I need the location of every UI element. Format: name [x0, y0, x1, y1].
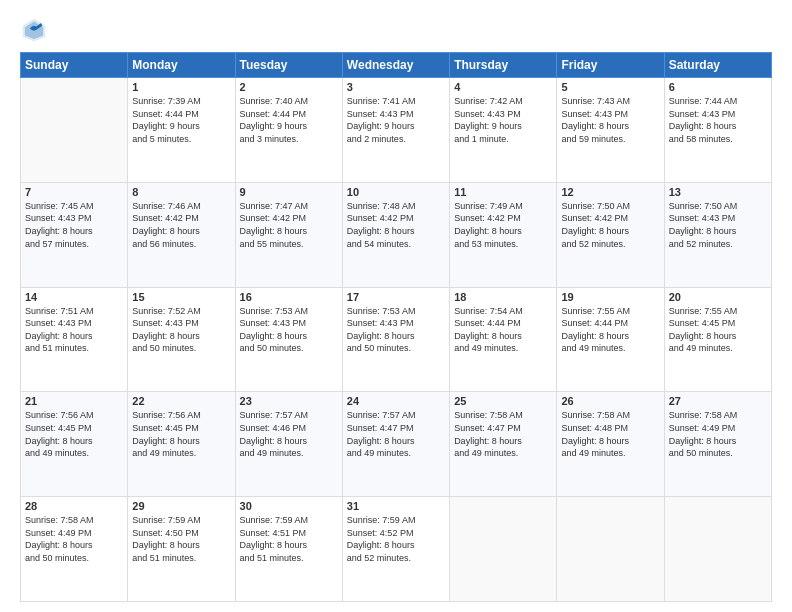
day-info: Sunrise: 7:45 AM Sunset: 4:43 PM Dayligh…	[25, 200, 123, 250]
day-info: Sunrise: 7:59 AM Sunset: 4:51 PM Dayligh…	[240, 514, 338, 564]
day-info: Sunrise: 7:50 AM Sunset: 4:43 PM Dayligh…	[669, 200, 767, 250]
calendar-week-row: 7Sunrise: 7:45 AM Sunset: 4:43 PM Daylig…	[21, 182, 772, 287]
day-number: 3	[347, 81, 445, 93]
day-info: Sunrise: 7:58 AM Sunset: 4:49 PM Dayligh…	[669, 409, 767, 459]
page: SundayMondayTuesdayWednesdayThursdayFrid…	[0, 0, 792, 612]
day-info: Sunrise: 7:47 AM Sunset: 4:42 PM Dayligh…	[240, 200, 338, 250]
day-info: Sunrise: 7:51 AM Sunset: 4:43 PM Dayligh…	[25, 305, 123, 355]
calendar-cell: 4Sunrise: 7:42 AM Sunset: 4:43 PM Daylig…	[450, 78, 557, 183]
header	[20, 16, 772, 44]
day-info: Sunrise: 7:56 AM Sunset: 4:45 PM Dayligh…	[25, 409, 123, 459]
day-info: Sunrise: 7:58 AM Sunset: 4:48 PM Dayligh…	[561, 409, 659, 459]
day-info: Sunrise: 7:59 AM Sunset: 4:50 PM Dayligh…	[132, 514, 230, 564]
day-number: 14	[25, 291, 123, 303]
calendar-cell: 14Sunrise: 7:51 AM Sunset: 4:43 PM Dayli…	[21, 287, 128, 392]
calendar-day-header: Monday	[128, 53, 235, 78]
day-number: 22	[132, 395, 230, 407]
day-number: 15	[132, 291, 230, 303]
day-info: Sunrise: 7:52 AM Sunset: 4:43 PM Dayligh…	[132, 305, 230, 355]
day-info: Sunrise: 7:46 AM Sunset: 4:42 PM Dayligh…	[132, 200, 230, 250]
calendar-cell: 25Sunrise: 7:58 AM Sunset: 4:47 PM Dayli…	[450, 392, 557, 497]
calendar-cell: 21Sunrise: 7:56 AM Sunset: 4:45 PM Dayli…	[21, 392, 128, 497]
calendar-week-row: 21Sunrise: 7:56 AM Sunset: 4:45 PM Dayli…	[21, 392, 772, 497]
day-number: 10	[347, 186, 445, 198]
day-number: 30	[240, 500, 338, 512]
day-number: 27	[669, 395, 767, 407]
day-info: Sunrise: 7:48 AM Sunset: 4:42 PM Dayligh…	[347, 200, 445, 250]
day-info: Sunrise: 7:43 AM Sunset: 4:43 PM Dayligh…	[561, 95, 659, 145]
calendar-cell: 31Sunrise: 7:59 AM Sunset: 4:52 PM Dayli…	[342, 497, 449, 602]
day-number: 7	[25, 186, 123, 198]
day-number: 20	[669, 291, 767, 303]
calendar-cell: 22Sunrise: 7:56 AM Sunset: 4:45 PM Dayli…	[128, 392, 235, 497]
day-number: 31	[347, 500, 445, 512]
day-number: 4	[454, 81, 552, 93]
day-info: Sunrise: 7:54 AM Sunset: 4:44 PM Dayligh…	[454, 305, 552, 355]
calendar-cell: 3Sunrise: 7:41 AM Sunset: 4:43 PM Daylig…	[342, 78, 449, 183]
calendar-cell	[21, 78, 128, 183]
day-number: 24	[347, 395, 445, 407]
day-info: Sunrise: 7:59 AM Sunset: 4:52 PM Dayligh…	[347, 514, 445, 564]
calendar-cell: 13Sunrise: 7:50 AM Sunset: 4:43 PM Dayli…	[664, 182, 771, 287]
calendar-cell: 28Sunrise: 7:58 AM Sunset: 4:49 PM Dayli…	[21, 497, 128, 602]
calendar-cell	[664, 497, 771, 602]
calendar-cell: 10Sunrise: 7:48 AM Sunset: 4:42 PM Dayli…	[342, 182, 449, 287]
day-number: 8	[132, 186, 230, 198]
calendar-week-row: 14Sunrise: 7:51 AM Sunset: 4:43 PM Dayli…	[21, 287, 772, 392]
day-number: 21	[25, 395, 123, 407]
calendar-cell: 27Sunrise: 7:58 AM Sunset: 4:49 PM Dayli…	[664, 392, 771, 497]
calendar-cell: 6Sunrise: 7:44 AM Sunset: 4:43 PM Daylig…	[664, 78, 771, 183]
calendar-day-header: Friday	[557, 53, 664, 78]
calendar-cell: 11Sunrise: 7:49 AM Sunset: 4:42 PM Dayli…	[450, 182, 557, 287]
calendar-day-header: Sunday	[21, 53, 128, 78]
calendar-day-header: Wednesday	[342, 53, 449, 78]
day-number: 5	[561, 81, 659, 93]
calendar-cell: 24Sunrise: 7:57 AM Sunset: 4:47 PM Dayli…	[342, 392, 449, 497]
calendar-cell: 29Sunrise: 7:59 AM Sunset: 4:50 PM Dayli…	[128, 497, 235, 602]
calendar-cell: 19Sunrise: 7:55 AM Sunset: 4:44 PM Dayli…	[557, 287, 664, 392]
calendar-table: SundayMondayTuesdayWednesdayThursdayFrid…	[20, 52, 772, 602]
calendar-cell: 5Sunrise: 7:43 AM Sunset: 4:43 PM Daylig…	[557, 78, 664, 183]
day-info: Sunrise: 7:58 AM Sunset: 4:49 PM Dayligh…	[25, 514, 123, 564]
calendar-cell: 23Sunrise: 7:57 AM Sunset: 4:46 PM Dayli…	[235, 392, 342, 497]
day-number: 13	[669, 186, 767, 198]
calendar-cell: 20Sunrise: 7:55 AM Sunset: 4:45 PM Dayli…	[664, 287, 771, 392]
day-info: Sunrise: 7:42 AM Sunset: 4:43 PM Dayligh…	[454, 95, 552, 145]
day-info: Sunrise: 7:55 AM Sunset: 4:44 PM Dayligh…	[561, 305, 659, 355]
calendar-header-row: SundayMondayTuesdayWednesdayThursdayFrid…	[21, 53, 772, 78]
day-number: 12	[561, 186, 659, 198]
day-number: 23	[240, 395, 338, 407]
day-number: 26	[561, 395, 659, 407]
calendar-week-row: 28Sunrise: 7:58 AM Sunset: 4:49 PM Dayli…	[21, 497, 772, 602]
calendar-cell: 7Sunrise: 7:45 AM Sunset: 4:43 PM Daylig…	[21, 182, 128, 287]
calendar-cell: 18Sunrise: 7:54 AM Sunset: 4:44 PM Dayli…	[450, 287, 557, 392]
calendar-day-header: Thursday	[450, 53, 557, 78]
day-info: Sunrise: 7:49 AM Sunset: 4:42 PM Dayligh…	[454, 200, 552, 250]
calendar-cell: 9Sunrise: 7:47 AM Sunset: 4:42 PM Daylig…	[235, 182, 342, 287]
day-info: Sunrise: 7:40 AM Sunset: 4:44 PM Dayligh…	[240, 95, 338, 145]
day-info: Sunrise: 7:57 AM Sunset: 4:47 PM Dayligh…	[347, 409, 445, 459]
day-number: 1	[132, 81, 230, 93]
calendar-cell: 16Sunrise: 7:53 AM Sunset: 4:43 PM Dayli…	[235, 287, 342, 392]
day-info: Sunrise: 7:58 AM Sunset: 4:47 PM Dayligh…	[454, 409, 552, 459]
day-info: Sunrise: 7:53 AM Sunset: 4:43 PM Dayligh…	[347, 305, 445, 355]
day-number: 6	[669, 81, 767, 93]
day-info: Sunrise: 7:44 AM Sunset: 4:43 PM Dayligh…	[669, 95, 767, 145]
calendar-cell: 8Sunrise: 7:46 AM Sunset: 4:42 PM Daylig…	[128, 182, 235, 287]
day-number: 11	[454, 186, 552, 198]
calendar-week-row: 1Sunrise: 7:39 AM Sunset: 4:44 PM Daylig…	[21, 78, 772, 183]
day-number: 18	[454, 291, 552, 303]
day-number: 25	[454, 395, 552, 407]
calendar-cell: 26Sunrise: 7:58 AM Sunset: 4:48 PM Dayli…	[557, 392, 664, 497]
day-info: Sunrise: 7:41 AM Sunset: 4:43 PM Dayligh…	[347, 95, 445, 145]
day-info: Sunrise: 7:39 AM Sunset: 4:44 PM Dayligh…	[132, 95, 230, 145]
logo-icon	[20, 16, 48, 44]
calendar-day-header: Saturday	[664, 53, 771, 78]
calendar-cell: 12Sunrise: 7:50 AM Sunset: 4:42 PM Dayli…	[557, 182, 664, 287]
calendar-cell	[557, 497, 664, 602]
calendar-day-header: Tuesday	[235, 53, 342, 78]
day-info: Sunrise: 7:53 AM Sunset: 4:43 PM Dayligh…	[240, 305, 338, 355]
day-info: Sunrise: 7:50 AM Sunset: 4:42 PM Dayligh…	[561, 200, 659, 250]
day-info: Sunrise: 7:57 AM Sunset: 4:46 PM Dayligh…	[240, 409, 338, 459]
day-number: 2	[240, 81, 338, 93]
